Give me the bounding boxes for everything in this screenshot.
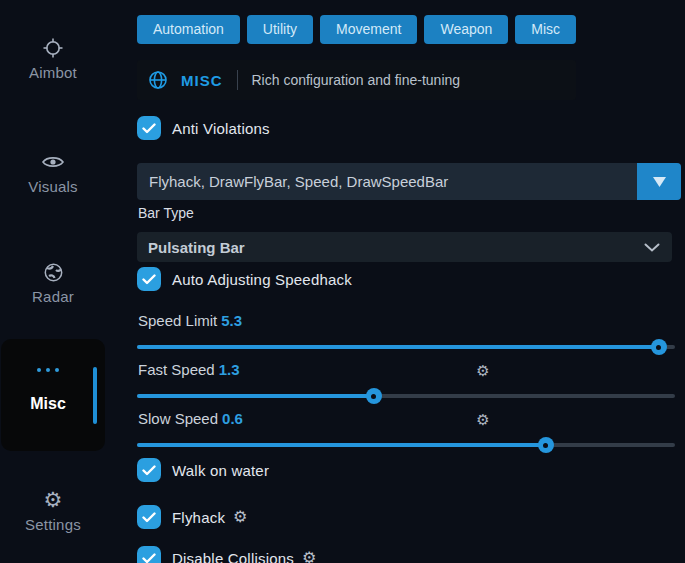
active-indicator <box>93 367 97 424</box>
bar-multi-select[interactable]: Flyhack, DrawFlyBar, Speed, DrawSpeedBar <box>137 163 681 200</box>
divider <box>237 70 238 90</box>
flyhack-row: Flyhack ⚙ <box>137 505 247 529</box>
dropdown-open-button[interactable] <box>637 163 681 200</box>
flyhack-gear-icon[interactable]: ⚙ <box>233 509 247 525</box>
bar-type-select[interactable]: Pulsating Bar <box>137 232 672 262</box>
globe-icon <box>148 70 168 90</box>
slow-speed-slider[interactable] <box>137 443 675 447</box>
anti-violations-checkbox[interactable] <box>137 116 161 140</box>
fast-speed-slider-thumb[interactable] <box>366 388 382 404</box>
gear-icon: ⚙ <box>0 488 106 512</box>
check-icon <box>142 553 156 563</box>
slider-fill <box>137 394 374 398</box>
walk-on-water-checkbox[interactable] <box>137 458 161 482</box>
globe-icon <box>0 260 106 284</box>
bar-type-label: Bar Type <box>138 205 194 221</box>
select-value: Pulsating Bar <box>148 239 245 256</box>
tab-utility[interactable]: Utility <box>247 15 313 44</box>
sidebar-item-aimbot[interactable]: Aimbot <box>0 36 106 81</box>
triangle-down-icon <box>653 177 666 187</box>
check-icon <box>142 512 156 523</box>
speed-limit-label: Speed Limit5.3 <box>138 312 242 329</box>
slow-speed-gear-icon[interactable]: ⚙ <box>473 411 493 429</box>
check-icon <box>142 123 156 134</box>
sidebar-item-label: Visuals <box>0 178 106 195</box>
tab-misc[interactable]: Misc <box>515 15 576 44</box>
checkbox-label: Flyhack <box>172 509 225 526</box>
checkbox-label: Walk on water <box>172 462 269 479</box>
disable-collisions-row: Disable Collisions ⚙ <box>137 546 316 563</box>
slider-fill <box>137 345 659 349</box>
speed-limit-slider[interactable] <box>137 345 675 349</box>
flyhack-checkbox[interactable] <box>137 505 161 529</box>
banner-title: MISC <box>181 72 223 89</box>
checkbox-label: Anti Violations <box>172 120 270 137</box>
auto-adjusting-checkbox[interactable] <box>137 267 161 291</box>
multi-select-value: Flyhack, DrawFlyBar, Speed, DrawSpeedBar <box>149 173 448 190</box>
sidebar-item-settings[interactable]: ⚙ Settings <box>0 488 106 533</box>
section-banner: MISC Rich configuration and fine-tuning <box>137 60 576 100</box>
fast-speed-label: Fast Speed1.3 <box>138 361 240 378</box>
fast-speed-slider[interactable] <box>137 394 675 398</box>
banner-subtitle: Rich configuration and fine-tuning <box>252 72 461 88</box>
checkbox-label: Auto Adjusting Speedhack <box>172 271 352 288</box>
checkbox-label: Disable Collisions <box>172 550 294 563</box>
slider-fill <box>137 443 546 447</box>
check-icon <box>142 274 156 285</box>
slow-speed-label: Slow Speed0.6 <box>138 410 243 427</box>
ellipsis-icon <box>1 368 95 372</box>
sidebar-item-label: Settings <box>0 516 106 533</box>
anti-violations-row: Anti Violations <box>137 116 270 140</box>
tab-weapon[interactable]: Weapon <box>424 15 508 44</box>
check-icon <box>142 465 156 476</box>
sidebar-item-label: Misc <box>1 395 95 413</box>
auto-adjusting-row: Auto Adjusting Speedhack <box>137 267 352 291</box>
slow-speed-value: 0.6 <box>222 410 243 427</box>
sidebar-item-misc[interactable]: Misc <box>1 339 105 451</box>
crosshair-icon <box>0 36 106 60</box>
content-panel: Automation Utility Movement Weapon Misc … <box>137 0 681 563</box>
fast-speed-gear-icon[interactable]: ⚙ <box>473 362 493 380</box>
fast-speed-value: 1.3 <box>219 361 240 378</box>
sidebar-item-label: Radar <box>0 288 106 305</box>
speed-limit-slider-thumb[interactable] <box>651 339 667 355</box>
slow-speed-slider-thumb[interactable] <box>538 437 554 453</box>
sidebar-item-visuals[interactable]: Visuals <box>0 150 106 195</box>
tab-bar: Automation Utility Movement Weapon Misc <box>137 15 576 44</box>
sidebar-item-label: Aimbot <box>0 64 106 81</box>
disable-collisions-gear-icon[interactable]: ⚙ <box>302 550 316 563</box>
sidebar-item-radar[interactable]: Radar <box>0 260 106 305</box>
tab-movement[interactable]: Movement <box>320 15 417 44</box>
tab-automation[interactable]: Automation <box>137 15 240 44</box>
chevron-down-icon <box>644 243 660 252</box>
walk-on-water-row: Walk on water <box>137 458 269 482</box>
sidebar: Aimbot Visuals Radar Misc ⚙ Settings <box>0 0 112 563</box>
speed-limit-value: 5.3 <box>221 312 242 329</box>
eye-icon <box>0 150 106 174</box>
disable-collisions-checkbox[interactable] <box>137 546 161 563</box>
